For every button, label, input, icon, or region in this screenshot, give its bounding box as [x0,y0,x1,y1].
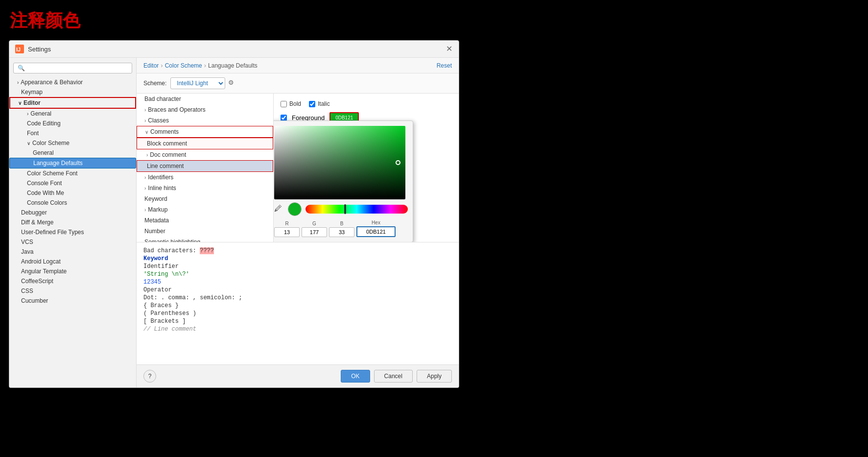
sidebar-label: Cucumber [21,297,48,304]
title-overlay: 注释颜色 [10,9,80,33]
chevron-right-icon: › [144,186,146,191]
sidebar-item-vcs[interactable]: VCS [9,237,136,247]
b-input[interactable] [329,227,354,237]
sidebar-item-console-colors[interactable]: Console Colors [9,198,136,208]
sidebar-label: Font [27,130,39,137]
sidebar-item-java[interactable]: Java [9,247,136,257]
search-input[interactable] [13,63,132,73]
preview-line-string: 'String \n\?' [143,271,452,278]
elem-label: Block comment [147,140,187,147]
elem-semantic-hl[interactable]: Semantic highlighting [137,237,273,242]
elem-bad-char[interactable]: Bad character [137,94,273,104]
preview-bad-text: Bad characters: [143,247,200,254]
breadcrumb-color-scheme[interactable]: Color Scheme [165,62,202,69]
ok-button[interactable]: OK [341,370,370,383]
elem-block-comment[interactable]: Block comment [137,138,273,149]
elem-number[interactable]: Number [137,226,273,237]
preview-line-comment: // Line comment [143,326,452,333]
eyedropper-icon[interactable]: 🖉 [274,204,284,214]
sidebar-item-keymap[interactable]: Keymap [9,87,136,97]
elem-label: Braces and Operators [148,106,205,113]
reset-button[interactable]: Reset [437,62,452,69]
scheme-select[interactable]: IntelliJ Light Default Darcula High Cont… [170,77,225,89]
chevron-down-icon: ∨ [27,141,30,146]
sidebar-item-language-defaults[interactable]: Language Defaults [9,158,136,168]
sidebar-item-code-editing[interactable]: Code Editing [9,119,136,128]
hue-slider[interactable] [305,205,408,214]
sidebar-item-debugger[interactable]: Debugger [9,208,136,217]
elem-label: Doc comment [150,151,186,158]
sidebar-item-android-logcat[interactable]: Android Logcat [9,257,136,266]
sidebar-item-general[interactable]: › General [9,109,136,119]
elem-label: Identifiers [148,174,173,181]
apply-button[interactable]: Apply [417,370,452,383]
dialog-title: Settings [28,46,445,53]
elements-list: Bad character › Braces and Operators › C… [137,94,274,242]
elem-classes[interactable]: › Classes [137,115,273,126]
foreground-checkbox[interactable] [281,115,287,121]
scheme-bar: Scheme: IntelliJ Light Default Darcula H… [137,73,459,94]
r-label: R [285,221,288,226]
preview-line-identifier: Identifier [143,263,452,270]
sidebar-label: CoffeeScript [21,278,53,285]
elem-metadata[interactable]: Metadata [137,215,273,226]
preview-line-brackets: [ Brackets ] [143,318,452,325]
sidebar-item-appearance[interactable]: › Appearance & Behavior [9,77,136,87]
scheme-label: Scheme: [143,80,166,87]
dialog-titlebar: IJ Settings ✕ [9,41,459,58]
svg-text:IJ: IJ [16,47,21,52]
r-input[interactable] [274,227,300,237]
gradient-dot [396,160,400,165]
breadcrumb-sep1: › [161,62,163,69]
hex-input[interactable] [356,226,396,237]
sidebar-item-code-with-me[interactable]: Code With Me [9,188,136,198]
italic-label[interactable]: Italic [309,100,330,107]
g-input[interactable] [302,227,327,237]
sidebar-label: Color Scheme [32,140,70,146]
sidebar-label: Code With Me [27,190,64,196]
sidebar-item-cs-general[interactable]: General [9,148,136,158]
gear-icon[interactable]: ⚙ [228,79,237,88]
chevron-right-icon: › [144,107,146,113]
sidebar-item-font[interactable]: Font [9,128,136,138]
sidebar-label: Code Editing [27,120,61,127]
dialog-body: › Appearance & Behavior Keymap ∨ Editor … [9,58,459,387]
main-panel: Editor › Color Scheme › Language Default… [137,58,459,387]
cancel-button[interactable]: Cancel [374,370,413,383]
sidebar-item-diff-merge[interactable]: Diff & Merge [9,217,136,227]
sidebar-item-color-scheme[interactable]: ∨ Color Scheme [9,138,136,148]
color-gradient[interactable] [274,126,405,199]
preview-line-bad-chars: Bad characters: ???? [143,247,452,254]
bold-checkbox[interactable] [281,101,287,107]
bold-label[interactable]: Bold [281,100,301,107]
elem-doc-comment[interactable]: › Doc comment [137,149,273,160]
elem-identifiers[interactable]: › Identifiers [137,172,273,183]
sidebar-label: Debugger [21,209,47,216]
sidebar-item-editor[interactable]: ∨ Editor [9,97,136,109]
sidebar-item-cucumber[interactable]: Cucumber [9,296,136,306]
close-icon[interactable]: ✕ [445,45,453,53]
elem-comments[interactable]: ∨ Comments [137,126,273,138]
sidebar-item-coffeescript[interactable]: CoffeeScript [9,276,136,286]
sidebar-item-console-font[interactable]: Console Font [9,178,136,188]
elem-keyword[interactable]: Keyword [137,193,273,204]
sidebar-item-color-scheme-font[interactable]: Color Scheme Font [9,168,136,178]
chevron-right-icon: › [144,118,146,123]
preview-line-number: 12345 [143,279,452,286]
elem-markup[interactable]: › Markup [137,204,273,215]
elem-braces[interactable]: › Braces and Operators [137,104,273,115]
dialog-footer: ? OK Cancel Apply [137,364,459,387]
elem-line-comment[interactable]: Line comment [137,160,273,172]
elem-inline-hints[interactable]: › Inline hints [137,183,273,193]
g-label: G [312,221,316,226]
r-column: R [274,221,300,237]
sidebar-item-angular-template[interactable]: Angular Template [9,266,136,276]
color-settings-panel: Bold Italic Foreground 0DB121 [274,94,459,242]
chevron-right-icon: › [144,175,146,180]
breadcrumb-editor[interactable]: Editor [143,62,159,69]
sidebar-item-css[interactable]: CSS [9,286,136,296]
help-icon[interactable]: ? [143,370,156,383]
italic-checkbox[interactable] [309,101,315,107]
sidebar-label: Angular Template [21,268,67,275]
sidebar-item-user-defined[interactable]: User-Defined File Types [9,227,136,237]
